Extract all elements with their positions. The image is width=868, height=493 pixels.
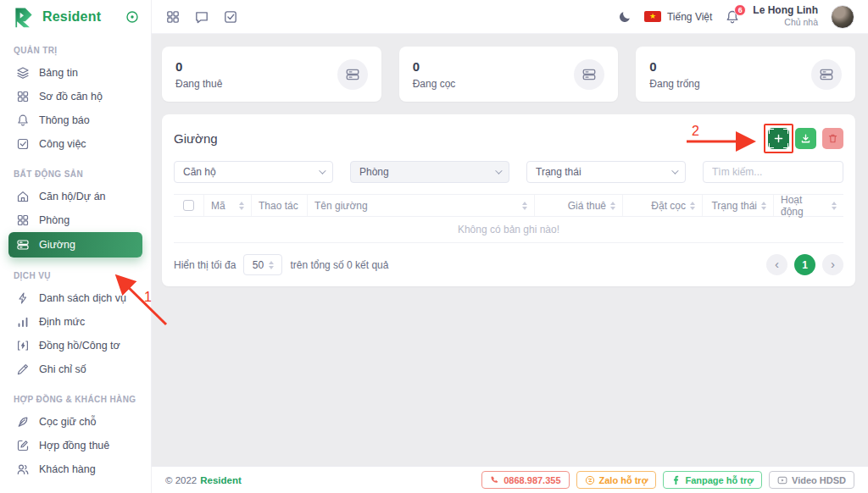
stat-card-dang-coc: 0 Đang cọc [399, 47, 619, 102]
sidebar-nav: QUẢN TRỊ Bảng tin Sơ đồ căn hộ Thông báo… [0, 34, 151, 481]
video-guide-button[interactable]: Video HDSD [769, 471, 854, 489]
total-results-label: trên tổng số 0 kết quả [290, 259, 388, 271]
sort-icon[interactable] [761, 202, 766, 210]
add-button[interactable] [768, 128, 789, 149]
delete-button[interactable] [822, 128, 843, 149]
notifications-button[interactable]: 6 [725, 9, 740, 25]
copyright: © 2022 Resident [165, 475, 242, 485]
avatar[interactable] [831, 5, 854, 29]
sidebar-item-bang-tin[interactable]: Bảng tin [8, 61, 142, 85]
section-label-dich-vu: DỊCH VỤ [14, 271, 137, 280]
bunk-bed-icon [337, 59, 368, 90]
pagination-bar: Hiển thị tối đa 50 trên tổng số 0 kết qu… [174, 254, 843, 275]
contract-edit-icon [16, 439, 30, 452]
stat-label: Đang trống [649, 78, 699, 90]
notification-badge: 6 [734, 4, 746, 16]
content: 0 Đang thuê 0 Đang cọc [152, 34, 868, 466]
people-icon [16, 463, 30, 476]
status-select[interactable]: Trạng thái [526, 161, 686, 183]
grid-icon [16, 213, 30, 227]
brand-name: Resident [42, 9, 101, 25]
sidebar: Resident QUẢN TRỊ Bảng tin Sơ đồ căn hộ … [0, 0, 152, 493]
per-page-selector[interactable]: 50 [243, 254, 282, 275]
check-square-icon [16, 137, 30, 151]
tasks-icon[interactable] [223, 9, 238, 25]
phone-icon [490, 475, 499, 485]
user-name: Le Hong Linh [753, 4, 818, 17]
sidebar-item-cong-viec[interactable]: Công việc [8, 132, 142, 156]
sort-icon[interactable] [832, 202, 837, 210]
filter-bar: Căn hộ Phòng Trạng thái [174, 161, 843, 183]
sidebar-item-thong-bao[interactable]: Thông báo [8, 108, 142, 132]
sort-icon[interactable] [522, 202, 527, 210]
grid-icon [16, 90, 30, 103]
chevron-down-icon [495, 167, 502, 174]
sidebar-item-dong-ho-cong-to[interactable]: Đồng hồ/Công tơ [8, 334, 142, 357]
feather-icon [16, 415, 30, 429]
next-page-button[interactable]: › [822, 254, 843, 275]
footer-brand-link[interactable]: Resident [200, 475, 242, 485]
section-label-quan-tri: QUẢN TRỊ [14, 46, 137, 55]
language-label: Tiếng Việt [667, 11, 712, 23]
language-switcher[interactable]: ★ Tiếng Việt [644, 11, 712, 23]
sidebar-item-danh-sach-dich-vu[interactable]: Danh sách dịch vụ [8, 286, 142, 310]
user-role: Chủ nhà [753, 17, 818, 28]
stat-label: Đang thuê [175, 78, 222, 90]
main-area: ★ Tiếng Việt 6 Le Hong Linh Chủ nhà [152, 0, 868, 493]
layers-icon [16, 66, 30, 80]
sidebar-item-coc-giu-cho[interactable]: Cọc giữ chỗ [8, 410, 142, 434]
sort-icon[interactable] [610, 202, 615, 210]
topbar-quick-icons [165, 9, 238, 25]
empty-message: Không có bản ghi nào! [174, 217, 843, 243]
video-play-icon [777, 475, 787, 485]
column-dat-coc[interactable]: Đặt cọc [623, 195, 703, 216]
meter-icon [16, 339, 30, 352]
sidebar-item-dinh-muc[interactable]: Định mức [8, 310, 142, 334]
fanpage-support-button[interactable]: Fanpage hỗ trợ [663, 471, 762, 489]
search-input[interactable] [703, 161, 843, 183]
sort-icon[interactable] [690, 202, 695, 210]
column-hoat-dong[interactable]: Hoạt động [774, 195, 843, 216]
sidebar-item-khach-hang[interactable]: Khách hàng [8, 457, 142, 481]
chevron-down-icon [319, 167, 326, 174]
sidebar-item-so-do-can-ho[interactable]: Sơ đồ căn hộ [8, 85, 142, 108]
apartment-select[interactable]: Căn hộ [174, 161, 333, 183]
vietnam-flag-icon: ★ [644, 11, 661, 22]
current-page-button[interactable]: 1 [794, 254, 815, 275]
column-gia-thue[interactable]: Giá thuê [535, 195, 623, 216]
dark-mode-icon[interactable] [618, 10, 632, 24]
select-all-checkbox[interactable] [183, 200, 194, 211]
page-title: Giường [174, 131, 218, 146]
sort-icon[interactable] [239, 202, 244, 210]
chat-icon[interactable] [194, 9, 209, 25]
sidebar-item-hop-dong-thue[interactable]: Hợp đồng thuê [8, 434, 142, 457]
sidebar-collapse-icon[interactable] [125, 10, 139, 24]
apps-grid-icon[interactable] [165, 9, 181, 25]
topbar: ★ Tiếng Việt 6 Le Hong Linh Chủ nhà [152, 0, 868, 34]
prev-page-button[interactable]: ‹ [766, 254, 787, 275]
bunk-bed-icon [811, 59, 842, 90]
stat-value: 0 [175, 59, 222, 74]
room-select[interactable]: Phòng [350, 161, 509, 183]
download-icon [800, 133, 811, 144]
pen-icon [16, 363, 30, 376]
sidebar-item-ghi-chi-so[interactable]: Ghi chỉ số [8, 357, 142, 381]
export-button[interactable] [795, 128, 816, 149]
spinner-icon [269, 261, 274, 269]
zalo-support-button[interactable]: Zalo hỗ trợ [576, 471, 657, 489]
column-ten-giuong[interactable]: Tên giường [308, 195, 535, 216]
user-info[interactable]: Le Hong Linh Chủ nhà [753, 4, 818, 28]
section-label-bat-dong-san: BẤT ĐỘNG SẢN [14, 169, 137, 179]
column-ma[interactable]: Mã [204, 195, 252, 216]
sidebar-item-giuong[interactable]: Giường [8, 232, 142, 258]
zalo-icon [585, 475, 595, 485]
lightning-icon [16, 291, 30, 305]
sidebar-item-can-ho-du-an[interactable]: Căn hộ/Dự án [8, 185, 142, 208]
panel-actions [768, 128, 843, 149]
facebook-icon [671, 475, 681, 485]
column-trang-thai[interactable]: Trạng thái [703, 195, 774, 216]
sidebar-item-phong[interactable]: Phòng [8, 208, 142, 232]
app-window: Resident QUẢN TRỊ Bảng tin Sơ đồ căn hộ … [0, 0, 868, 493]
phone-support-button[interactable]: 0868.987.355 [481, 471, 569, 489]
trash-icon [827, 133, 838, 144]
